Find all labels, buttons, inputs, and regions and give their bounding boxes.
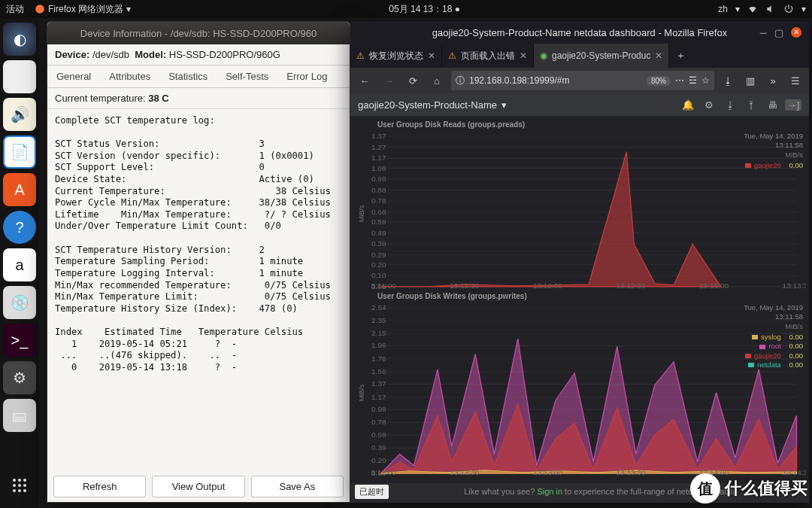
print-icon[interactable]: 🖶 [764, 99, 780, 111]
chart-pwrites[interactable]: MiB/s Tue, May 14, 2019 13:11:58 MiB/s s… [371, 300, 806, 477]
svg-text:1.96: 1.96 [371, 342, 386, 349]
svg-text:13:12:30: 13:12:30 [616, 283, 645, 290]
gsmart-window: Device Information - /dev/sdb: HS-SSD-D2… [47, 21, 350, 503]
dock-app-software[interactable]: A [3, 173, 36, 206]
tab-netdata[interactable]: ◉gaojie20-System-Produc✕ [534, 44, 669, 68]
refresh-button[interactable]: Refresh [53, 476, 146, 497]
dock-app-help[interactable]: ? [3, 211, 36, 244]
home-button[interactable]: ⌂ [427, 71, 447, 90]
app-menu[interactable]: Firefox 网络浏览器 ▾ [35, 3, 131, 16]
svg-text:0.10: 0.10 [371, 272, 386, 279]
svg-point-7 [13, 489, 16, 492]
dock-app-gsmart[interactable]: 🖴 [3, 399, 36, 432]
bookmark-star-icon[interactable]: ☆ [701, 75, 710, 86]
signin-link[interactable]: Sign in [537, 487, 562, 496]
dock-app-libreoffice[interactable]: 📄 [3, 135, 36, 169]
watermark: 值 什么值得买 [690, 473, 807, 503]
svg-text:13:12:30: 13:12:30 [450, 470, 479, 476]
url-bar[interactable]: ⓘ 192.168.0.198:19999/#m 80% ⋯ ☲ ☆ [451, 71, 714, 90]
save-as-button[interactable]: Save As [251, 476, 344, 497]
watermark-icon: 值 [690, 473, 720, 503]
info-icon[interactable]: ⓘ [456, 75, 465, 87]
svg-text:13:12:00: 13:12:00 [533, 283, 562, 290]
svg-text:1.37: 1.37 [371, 133, 386, 140]
dock-app-rhythmbox[interactable]: 🔊 [3, 98, 36, 131]
dock-app-disks[interactable]: 💿 [3, 286, 36, 319]
reload-button[interactable]: ⟳ [403, 71, 423, 90]
window-close-icon[interactable]: ✕ [791, 27, 801, 38]
dock-app-amazon[interactable]: a [3, 248, 36, 281]
signin-icon[interactable]: →] [785, 99, 801, 111]
svg-text:0.59: 0.59 [371, 219, 386, 226]
svg-text:2.54: 2.54 [371, 305, 386, 312]
overflow-icon[interactable]: » [764, 75, 782, 87]
netdata-icon: ◉ [540, 50, 547, 61]
realtime-badge[interactable]: 已超时 [355, 485, 389, 499]
reader-icon[interactable]: ☲ [689, 75, 697, 86]
svg-text:0.39: 0.39 [371, 445, 386, 452]
show-applications[interactable] [3, 469, 36, 502]
forward-button: → [379, 71, 398, 90]
close-icon[interactable]: ✕ [428, 50, 435, 61]
host-name[interactable]: gaojie20-System-Product-Name [358, 99, 497, 111]
close-icon[interactable]: ✕ [655, 50, 662, 61]
wifi-icon[interactable] [747, 4, 758, 14]
svg-text:1.76: 1.76 [371, 356, 386, 363]
svg-text:0.20: 0.20 [371, 262, 386, 269]
svg-point-4 [13, 484, 16, 487]
current-temperature-row: Current temperature: 38 C [47, 88, 350, 109]
library-icon[interactable]: ▥ [741, 75, 759, 87]
dock-app-settings[interactable]: ⚙ [3, 361, 36, 394]
svg-point-9 [23, 489, 26, 492]
bell-icon[interactable]: 🔔 [680, 99, 696, 111]
tab-statistics[interactable]: Statistics [159, 65, 217, 87]
device-info-head: Device: /dev/sdb Model: HS-SSD-D200PRO/9… [47, 44, 350, 65]
warning-icon: ⚠ [356, 50, 365, 61]
input-method[interactable]: zh [718, 4, 728, 14]
more-icon[interactable]: ⋯ [675, 75, 684, 86]
tab-load-error[interactable]: ⚠页面载入出错✕ [442, 44, 534, 68]
tab-restore-session[interactable]: ⚠恢复浏览状态✕ [350, 44, 442, 68]
back-button[interactable]: ← [355, 71, 374, 90]
power-icon[interactable] [783, 4, 794, 14]
svg-text:13:11:30: 13:11:30 [450, 283, 479, 290]
sct-log-text[interactable]: Complete SCT temperature log: SCT Status… [47, 109, 350, 469]
activities-button[interactable]: 活动 [6, 3, 24, 16]
svg-point-1 [13, 479, 16, 482]
clock[interactable]: 05月 14 13：18 [389, 4, 452, 14]
upload-icon[interactable]: ⭱ [743, 99, 759, 111]
gsmart-titlebar[interactable]: Device Information - /dev/sdb: HS-SSD-D2… [47, 22, 350, 44]
new-tab-button[interactable]: ＋ [669, 44, 692, 68]
tab-general[interactable]: General [47, 65, 100, 87]
chart2-title: User Groups Disk Writes (groups.pwrites) [377, 292, 806, 300]
window-minimize-icon[interactable]: ─ [760, 27, 767, 38]
tab-self-tests[interactable]: Self-Tests [217, 65, 277, 87]
downloads-icon[interactable]: ⭳ [719, 75, 737, 87]
svg-point-3 [23, 479, 26, 482]
menu-icon[interactable]: ☰ [786, 75, 804, 87]
window-maximize-icon[interactable]: ▢ [774, 27, 783, 38]
firefox-titlebar[interactable]: gaojie20-System-Product-Name netdata das… [350, 21, 809, 44]
zoom-badge[interactable]: 80% [647, 76, 671, 86]
gear-icon[interactable]: ⚙ [701, 99, 717, 111]
download-icon[interactable]: ⭳ [722, 99, 738, 111]
svg-text:2.15: 2.15 [371, 330, 386, 337]
tab-attributes[interactable]: Attributes [100, 65, 159, 87]
svg-text:0.39: 0.39 [371, 241, 386, 248]
chart-preads[interactable]: MiB/s Tue, May 14, 2019 13:11:58 MiB/s g… [371, 129, 806, 291]
dock-app-deepin[interactable]: ◐ [3, 23, 36, 56]
view-output-button[interactable]: View Output [152, 476, 244, 497]
dock-app-terminal[interactable]: >_ [3, 324, 36, 357]
svg-text:13:13:30: 13:13:30 [616, 470, 645, 476]
svg-text:0.98: 0.98 [371, 176, 386, 183]
svg-text:0.29: 0.29 [371, 252, 386, 259]
firefox-icon [35, 4, 45, 14]
tab-error-log[interactable]: Error Log [277, 65, 336, 87]
volume-icon[interactable] [765, 4, 776, 14]
netdata-topbar: gaojie20-System-Product-Name ▾ 🔔 ⚙ ⭳ ⭱ 🖶… [350, 93, 809, 116]
firefox-tabstrip: ⚠恢复浏览状态✕ ⚠页面载入出错✕ ◉gaojie20-System-Produ… [350, 44, 809, 68]
svg-text:1.17: 1.17 [371, 155, 386, 162]
close-icon[interactable]: ✕ [520, 50, 527, 61]
dock-app-files[interactable]: 🗂 [3, 60, 36, 93]
chart2-legend: Tue, May 14, 2019 13:11:58 MiB/s syslog … [744, 303, 803, 370]
